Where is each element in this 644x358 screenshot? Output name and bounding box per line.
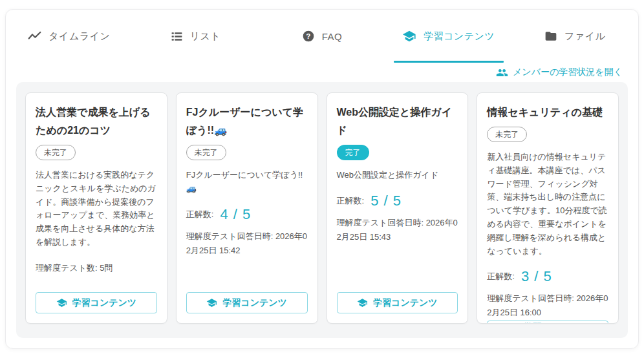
svg-text:?: ? xyxy=(306,32,311,40)
open-member-status-link[interactable]: メンバーの学習状況を開く xyxy=(496,67,623,79)
learning-widget-panel: タイムライン リスト ? FAQ 学習コンテンツ xyxy=(5,9,639,349)
button-label: 学習コンテンツ xyxy=(524,322,588,324)
graduation-cap-icon xyxy=(56,297,67,308)
status-badge: 未完了 xyxy=(487,127,527,142)
learning-content-button[interactable]: 学習コンテンツ xyxy=(487,321,608,324)
learning-content-area: 法人営業で成果を上げるための21のコツ 未完了 法人営業における実践的なテクニッ… xyxy=(16,82,628,338)
score-label: 正解数: xyxy=(487,271,515,282)
tab-label: 学習コンテンツ xyxy=(424,30,495,43)
tab-faq[interactable]: ? FAQ xyxy=(259,10,385,63)
member-link-row: メンバーの学習状況を開く xyxy=(6,63,638,82)
course-card: 情報セキュリティの基礎 未完了 新入社員向けの情報セキュリティ基礎講座。本講座で… xyxy=(477,92,619,324)
score-value: 4 / 5 xyxy=(220,206,251,223)
status-badge: 未完了 xyxy=(36,145,76,160)
tab-files[interactable]: ファイル xyxy=(511,10,638,63)
course-card: Web公開設定と操作ガイド 完了 Web公開設定と操作ガイド 正解数: 5 / … xyxy=(327,92,469,324)
test-count-text: 理解度テスト数: 5問 xyxy=(36,262,157,274)
learning-content-button[interactable]: 学習コンテンツ xyxy=(186,292,308,313)
learning-content-button[interactable]: 学習コンテンツ xyxy=(337,292,458,313)
graduation-cap-icon xyxy=(357,297,368,308)
list-icon xyxy=(171,30,183,43)
question-circle-icon: ? xyxy=(302,30,315,43)
button-label: 学習コンテンツ xyxy=(72,297,137,309)
tab-label: ファイル xyxy=(564,30,605,43)
tab-label: タイムライン xyxy=(48,30,110,43)
tab-list[interactable]: リスト xyxy=(133,10,259,63)
course-description: Web公開設定と操作ガイド xyxy=(337,169,458,182)
answered-datetime: 理解度テスト回答日時: 2026年02月25日 16:00 xyxy=(487,291,608,320)
tab-timeline[interactable]: タイムライン xyxy=(6,10,133,63)
course-title: 法人営業で成果を上げるための21のコツ xyxy=(36,103,157,140)
course-card: FJクルーザーについて学ぼう!!🚙 未完了 FJクルーザーについて学ぼう!!🚙 … xyxy=(176,92,318,324)
score-label: 正解数: xyxy=(337,195,365,207)
member-link-label: メンバーの学習状況を開く xyxy=(513,67,623,78)
course-description: 法人営業における実践的なテクニックとスキルを学ぶためのガイド。商談準備から提案後… xyxy=(36,169,157,249)
status-badge: 未完了 xyxy=(186,145,226,160)
tab-label: リスト xyxy=(190,30,221,43)
course-card: 法人営業で成果を上げるための21のコツ 未完了 法人営業における実践的なテクニッ… xyxy=(25,92,167,324)
course-description: 新入社員向けの情報セキュリティ基礎講座。本講座では、パスワード管理、フィッシング… xyxy=(487,151,608,258)
answered-datetime: 理解度テスト回答日時: 2026年02月25日 15:42 xyxy=(186,229,308,258)
score-value: 5 / 5 xyxy=(370,193,402,209)
button-label: 学習コンテンツ xyxy=(222,297,287,309)
active-tab-underline xyxy=(394,61,504,63)
course-title: FJクルーザーについて学ぼう!!🚙 xyxy=(186,103,308,140)
tab-learning-content[interactable]: 学習コンテンツ xyxy=(385,10,512,63)
score-value: 3 / 5 xyxy=(521,268,552,285)
course-title: Web公開設定と操作ガイド xyxy=(337,103,458,140)
graduation-cap-icon xyxy=(402,29,416,43)
button-label: 学習コンテンツ xyxy=(373,297,438,309)
score-row: 正解数: 3 / 5 xyxy=(487,268,608,285)
course-description: FJクルーザーについて学ぼう!!🚙 xyxy=(186,169,308,196)
activity-icon xyxy=(28,30,41,43)
tab-bar: タイムライン リスト ? FAQ 学習コンテンツ xyxy=(6,10,638,63)
course-title: 情報セキュリティの基礎 xyxy=(487,103,608,121)
tab-label: FAQ xyxy=(322,31,343,42)
folder-icon xyxy=(544,30,557,43)
course-card-grid: 法人営業で成果を上げるための21のコツ 未完了 法人営業における実践的なテクニッ… xyxy=(25,92,619,324)
people-icon xyxy=(496,67,508,79)
graduation-cap-icon xyxy=(508,322,519,324)
answered-datetime: 理解度テスト回答日時: 2026年02月25日 15:43 xyxy=(337,216,458,244)
score-row: 正解数: 4 / 5 xyxy=(186,206,308,223)
score-row: 正解数: 5 / 5 xyxy=(337,193,458,209)
graduation-cap-icon xyxy=(206,297,217,308)
score-label: 正解数: xyxy=(186,209,214,220)
status-badge: 完了 xyxy=(337,145,369,160)
learning-content-button[interactable]: 学習コンテンツ xyxy=(36,292,157,313)
